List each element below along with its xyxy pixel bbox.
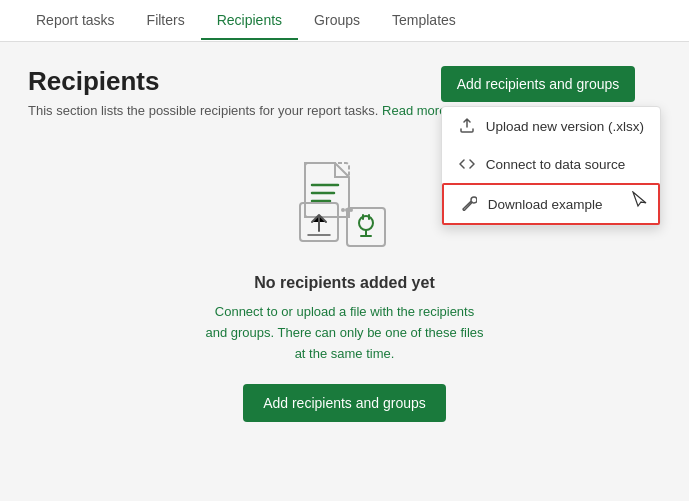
empty-state-icon: [285, 158, 405, 258]
dropdown-upload-label: Upload new version (.xlsx): [486, 119, 644, 134]
dropdown-item-download[interactable]: Download example: [442, 183, 660, 225]
code-icon: [458, 155, 476, 173]
dropdown-menu: Upload new version (.xlsx) Connect to da…: [441, 106, 661, 226]
tab-recipients[interactable]: Recipients: [201, 2, 298, 40]
tab-report-tasks[interactable]: Report tasks: [20, 2, 131, 40]
svg-point-12: [341, 208, 345, 212]
dropdown-connect-label: Connect to data source: [486, 157, 626, 172]
svg-point-7: [359, 216, 373, 230]
tab-groups[interactable]: Groups: [298, 2, 376, 40]
svg-point-14: [349, 208, 353, 212]
add-recipients-center-button[interactable]: Add recipients and groups: [243, 384, 446, 422]
svg-point-13: [345, 208, 349, 212]
empty-state-title: No recipients added yet: [254, 274, 435, 292]
main-content: Recipients This section lists the possib…: [0, 42, 689, 446]
upload-icon: [458, 117, 476, 135]
dropdown-item-connect[interactable]: Connect to data source: [442, 145, 660, 183]
empty-state-description: Connect to or upload a file with the rec…: [205, 302, 485, 364]
nav-bar: Report tasks Filters Recipients Groups T…: [0, 0, 689, 42]
dropdown-container: Add recipients and groups Upload new ver…: [441, 66, 661, 226]
cursor-icon: [632, 191, 648, 213]
subtitle-text: This section lists the possible recipien…: [28, 103, 378, 118]
add-recipients-button[interactable]: Add recipients and groups: [441, 66, 636, 102]
dropdown-item-upload[interactable]: Upload new version (.xlsx): [442, 107, 660, 145]
tab-filters[interactable]: Filters: [131, 2, 201, 40]
tab-templates[interactable]: Templates: [376, 2, 472, 40]
dropdown-download-label: Download example: [488, 197, 603, 212]
page-title: Recipients: [28, 66, 160, 97]
svg-rect-6: [347, 208, 385, 246]
wrench-icon: [460, 195, 478, 213]
